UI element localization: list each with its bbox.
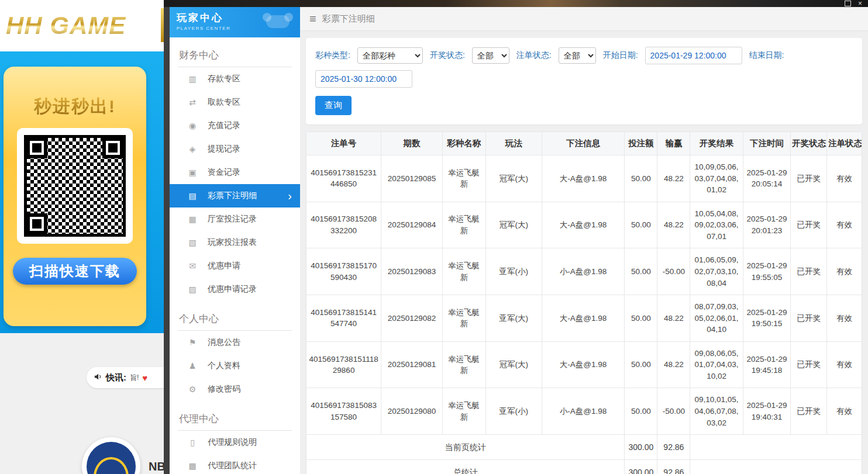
lottery-type-select[interactable]: 全部彩种 — [357, 47, 423, 64]
summary-win-loss: 92.86 — [657, 435, 690, 460]
withdraw-icon: ⇄ — [187, 98, 198, 107]
cell-play-type: 冠军(大) — [485, 155, 542, 202]
cell-draw-status: 已开奖 — [791, 295, 827, 342]
order-status-select[interactable]: 全部 — [559, 47, 596, 64]
sidebar-item-lottery-bet-details[interactable]: ▤彩票下注明细› — [170, 184, 300, 207]
cell-bet-amount: 50.00 — [625, 155, 657, 202]
cell-issue: 20250129085 — [381, 155, 442, 202]
sidebar-section-title: 个人中心 — [178, 309, 292, 331]
cell-bet-time: 2025-01-29 19:55:05 — [743, 248, 791, 295]
bet-detail-icon: ▤ — [187, 191, 198, 200]
cell-bet-info: 大-A盘@1.98 — [542, 295, 625, 342]
close-window-icon[interactable]: × — [858, 1, 862, 6]
filter-bar: 彩种类型: 全部彩种 开奖状态: 全部 注单状态: 全部 — [306, 38, 862, 124]
sidebar-item-announcements[interactable]: ⚑消息公告 — [170, 331, 300, 354]
sidebar-item-label: 厅室投注记录 — [208, 214, 257, 224]
summary-row: 总统计300.0092.86 — [306, 460, 862, 474]
cell-draw-result: 09,10,01,05,04,06,07,08,03,02 — [690, 388, 743, 435]
sidebar-item-label: 取款专区 — [208, 97, 240, 108]
page-title: 彩票下注明细 — [322, 13, 375, 25]
sidebar-item-deposit-zone[interactable]: ▥存款专区 — [170, 67, 300, 91]
cell-bet-amount: 50.00 — [625, 341, 657, 388]
cell-issue: 20250129084 — [381, 202, 442, 248]
content-header: ≡ 彩票下注明细 — [300, 7, 868, 31]
sidebar-item-label: 代理规则说明 — [208, 437, 257, 448]
cell-bet-info: 小-A盘@1.98 — [542, 248, 625, 295]
column-header-bet-amount: 投注额 — [625, 132, 657, 155]
qr-code — [17, 128, 133, 244]
cell-win-loss: 48.22 — [657, 155, 690, 202]
table-row: 40156917381520833220020250129084幸运飞艇新冠军(… — [306, 202, 862, 248]
cell-order-no: 401569173815231446850 — [306, 155, 381, 202]
sidebar-item-player-bet-report[interactable]: ▧玩家投注报表 — [170, 231, 300, 254]
promo-apply-icon: ✉ — [187, 261, 198, 271]
cell-draw-result: 08,07,09,03,05,02,06,01,04,10 — [690, 295, 743, 342]
qr-finder-icon — [102, 137, 123, 158]
cell-draw-result: 10,05,04,08,09,02,03,06,07,01 — [690, 202, 743, 248]
cell-draw-result: 01,06,05,09,02,07,03,10,08,04 — [690, 248, 743, 295]
cell-draw-status: 已开奖 — [791, 341, 827, 388]
start-date-input[interactable] — [645, 47, 742, 64]
summary-win-loss: 92.86 — [657, 460, 690, 474]
sidebar-item-withdraw-zone[interactable]: ⇄取款专区 — [170, 91, 300, 114]
sidebar-item-promo-apply[interactable]: ✉优惠申请 — [170, 254, 300, 278]
summary-bet-total: 300.00 — [625, 460, 657, 474]
query-button[interactable]: 查询 — [315, 96, 352, 115]
cell-draw-status: 已开奖 — [791, 155, 827, 202]
column-header-draw-status: 开奖状态 — [791, 132, 827, 155]
end-date-input[interactable] — [315, 70, 412, 88]
fund-record-icon: ▣ — [187, 168, 198, 177]
sidebar-item-hall-bet-records[interactable]: ▦厅室投注记录 — [170, 207, 300, 231]
cell-win-loss: -50.00 — [657, 388, 690, 435]
sidebar-item-promo-apply-records[interactable]: ▨优惠申请记录 — [170, 278, 300, 301]
deposit-icon: ▥ — [187, 74, 198, 84]
scan-download-button[interactable]: 扫描快速下载 — [13, 258, 137, 285]
nba-label: NB — [149, 460, 164, 473]
cell-order-no: 401569173815170590430 — [306, 248, 381, 295]
sidebar-item-recharge-records[interactable]: ◉充值记录 — [170, 114, 300, 137]
bet-table-card: 注单号期数彩种名称玩法下注信息投注额输赢开奖结果下注时间开奖状态注单状态 401… — [306, 132, 862, 474]
restore-window-icon[interactable] — [845, 1, 851, 6]
cell-play-type: 冠军(大) — [485, 202, 542, 248]
ticker-label: 快讯: — [106, 372, 126, 383]
column-header-bet-time: 下注时间 — [743, 132, 791, 155]
sidebar-item-withdrawal-records[interactable]: ◈提现记录 — [170, 137, 300, 161]
filter-row: 彩种类型: 全部彩种 开奖状态: 全部 注单状态: 全部 — [315, 47, 853, 88]
screen: HH GAME 秒进秒出! 扫描快速下载 快讯: 旨! — [0, 0, 868, 474]
cell-draw-result: 09,08,06,05,01,07,04,03,10,02 — [690, 341, 743, 388]
draw-status-select[interactable]: 全部 — [472, 47, 509, 64]
menu-icon[interactable]: ≡ — [309, 12, 316, 26]
filter-actions: 查询 — [315, 96, 853, 115]
sidebar-item-change-password[interactable]: ⚙修改密码 — [170, 378, 300, 401]
cell-bet-amount: 50.00 — [625, 295, 657, 342]
sidebar-item-agent-rules[interactable]: ▯代理规则说明 — [170, 431, 300, 454]
sidebar-item-fund-records[interactable]: ▣资金记录 — [170, 161, 300, 184]
end-date-label: 结束日期: — [749, 50, 784, 61]
cell-bet-info: 小-A盘@1.98 — [542, 388, 625, 435]
player-bet-report-icon: ▧ — [187, 238, 198, 247]
sidebar-item-profile[interactable]: ♟个人资料 — [170, 354, 300, 378]
column-header-order-no: 注单号 — [306, 132, 381, 155]
ticker-text: 旨! — [130, 373, 139, 383]
speaker-icon — [94, 372, 102, 383]
promo-headline: 秒进秒出! — [4, 95, 146, 119]
cell-order-no: 401569173815208332200 — [306, 202, 381, 248]
table-row: 40156917381514154774020250129082幸运飞艇新亚军(… — [306, 295, 862, 342]
cell-order-status: 有效 — [827, 388, 862, 435]
qr-finder-icon — [26, 137, 47, 158]
table-row: 40156917381508315758020250129080幸运飞艇新亚军(… — [306, 388, 862, 435]
cell-bet-time: 2025-01-29 20:01:23 — [743, 202, 791, 248]
cell-draw-status: 已开奖 — [791, 202, 827, 248]
profile-icon: ♟ — [187, 361, 198, 371]
agent-rules-icon: ▯ — [187, 438, 198, 447]
promo-apply-record-icon: ▨ — [187, 285, 198, 294]
withdrawal-record-icon: ◈ — [187, 144, 198, 154]
sidebar-item-label: 玩家投注报表 — [208, 237, 257, 248]
sidebar-item-agent-team-stats[interactable]: ▩代理团队统计 — [170, 454, 300, 474]
cell-play-type: 冠军(大) — [485, 341, 542, 388]
main-content: ≡ 彩票下注明细 彩种类型: 全部彩种 开奖状态: 全部 — [300, 7, 868, 474]
cell-bet-amount: 50.00 — [625, 388, 657, 435]
lottery-type-label: 彩种类型: — [315, 50, 350, 61]
summary-label: 总统计 — [306, 460, 625, 474]
summary-row: 当前页统计300.0092.86 — [306, 435, 862, 460]
